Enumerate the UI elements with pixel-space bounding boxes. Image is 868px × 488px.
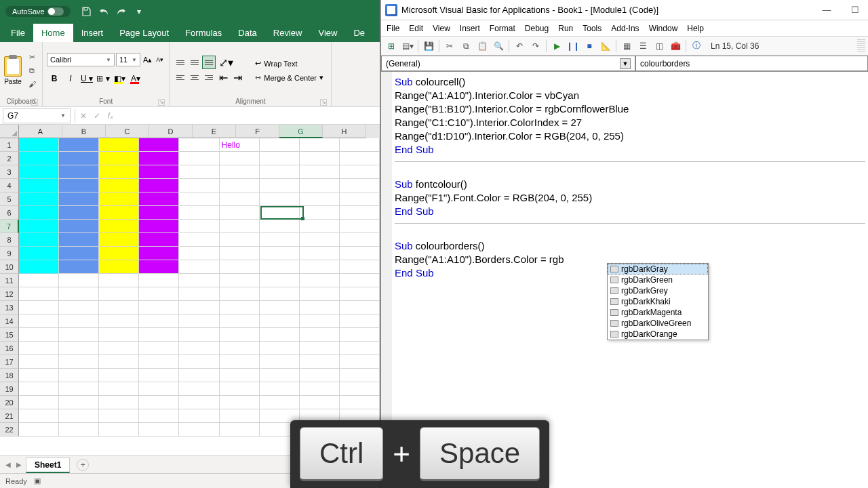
project-explorer-icon[interactable]: ▦ bbox=[619, 39, 634, 54]
tab-file[interactable]: File bbox=[3, 24, 33, 42]
row-header[interactable]: 16 bbox=[0, 342, 19, 355]
cell[interactable] bbox=[179, 396, 219, 409]
cell[interactable] bbox=[139, 152, 179, 165]
italic-button[interactable]: I bbox=[63, 72, 78, 85]
cell[interactable] bbox=[59, 274, 99, 287]
cell[interactable] bbox=[220, 396, 260, 409]
cell[interactable] bbox=[340, 192, 380, 206]
cell[interactable] bbox=[300, 206, 340, 220]
menu-view[interactable]: View bbox=[433, 24, 450, 33]
row-header[interactable]: 7 bbox=[0, 220, 19, 233]
cell[interactable] bbox=[19, 396, 59, 409]
enter-formula-icon[interactable]: ✓ bbox=[90, 109, 104, 123]
column-header[interactable]: H bbox=[323, 125, 366, 138]
toolbox-icon[interactable]: 🧰 bbox=[668, 39, 683, 54]
column-header[interactable]: G bbox=[279, 125, 323, 138]
cell[interactable] bbox=[139, 192, 179, 206]
column-header[interactable]: D bbox=[149, 125, 193, 138]
cell[interactable] bbox=[340, 220, 380, 233]
column-header[interactable]: A bbox=[19, 125, 62, 138]
cell[interactable] bbox=[59, 233, 99, 247]
object-selector[interactable]: (General)▼ bbox=[381, 56, 635, 71]
cell[interactable] bbox=[99, 152, 139, 165]
cell[interactable] bbox=[99, 287, 139, 301]
row-header[interactable]: 17 bbox=[0, 355, 19, 369]
cell[interactable] bbox=[99, 247, 139, 260]
cell[interactable] bbox=[340, 342, 380, 355]
cell[interactable] bbox=[340, 233, 380, 247]
cell[interactable] bbox=[179, 355, 219, 369]
row-header[interactable]: 20 bbox=[0, 396, 19, 409]
tab-developer-partial[interactable]: De bbox=[345, 24, 373, 42]
cell[interactable] bbox=[19, 369, 59, 382]
tab-home[interactable]: Home bbox=[33, 24, 73, 42]
properties-icon[interactable]: ☰ bbox=[635, 39, 650, 54]
copy-icon[interactable]: ⧉ bbox=[458, 39, 473, 54]
row-header[interactable]: 6 bbox=[0, 206, 19, 220]
cell[interactable] bbox=[99, 382, 139, 396]
cell[interactable] bbox=[260, 314, 300, 328]
cell[interactable] bbox=[260, 206, 300, 220]
paste-icon[interactable]: 📋 bbox=[475, 39, 490, 54]
menu-format[interactable]: Format bbox=[490, 24, 515, 33]
cell[interactable] bbox=[139, 220, 179, 233]
cell[interactable] bbox=[99, 274, 139, 287]
view-excel-icon[interactable]: ⊞ bbox=[384, 39, 399, 54]
cell[interactable] bbox=[179, 260, 219, 274]
cell[interactable] bbox=[179, 165, 219, 179]
intellisense-item[interactable]: rgbDarkOrange bbox=[608, 329, 708, 340]
cell[interactable] bbox=[220, 220, 260, 233]
cell[interactable] bbox=[59, 382, 99, 396]
insert-function-icon[interactable]: fₓ bbox=[104, 109, 117, 123]
cell[interactable] bbox=[260, 192, 300, 206]
cell[interactable] bbox=[139, 206, 179, 220]
menu-addins[interactable]: Add-Ins bbox=[611, 24, 639, 33]
row-header[interactable]: 13 bbox=[0, 301, 19, 314]
cell[interactable] bbox=[220, 355, 260, 369]
cell[interactable] bbox=[260, 328, 300, 342]
cell[interactable] bbox=[59, 179, 99, 192]
save-icon[interactable] bbox=[80, 5, 92, 18]
cell[interactable] bbox=[99, 328, 139, 342]
row-header[interactable]: 8 bbox=[0, 233, 19, 247]
cell[interactable] bbox=[139, 287, 179, 301]
cell[interactable] bbox=[300, 355, 340, 369]
cell[interactable] bbox=[340, 382, 380, 396]
intellisense-item[interactable]: rgbDarkOliveGreen bbox=[608, 318, 708, 329]
cell[interactable] bbox=[19, 179, 59, 192]
cell[interactable] bbox=[59, 396, 99, 409]
row-header[interactable]: 2 bbox=[0, 152, 19, 165]
cell[interactable] bbox=[300, 396, 340, 409]
cell[interactable] bbox=[340, 396, 380, 409]
run-icon[interactable]: ▶ bbox=[549, 39, 564, 54]
cell[interactable] bbox=[260, 355, 300, 369]
cell[interactable] bbox=[99, 220, 139, 233]
intellisense-item[interactable]: rgbDarkMagenta bbox=[608, 307, 708, 318]
cell[interactable] bbox=[139, 138, 179, 152]
cell[interactable] bbox=[340, 301, 380, 314]
spreadsheet-grid[interactable]: ABCDEFGH 1234567891011121314151617181920… bbox=[0, 125, 380, 455]
bold-button[interactable]: B bbox=[47, 72, 62, 85]
cell[interactable] bbox=[300, 220, 340, 233]
row-header[interactable]: 14 bbox=[0, 314, 19, 328]
intellisense-item[interactable]: rgbDarkKhaki bbox=[608, 296, 708, 307]
cell[interactable] bbox=[260, 220, 300, 233]
cell[interactable] bbox=[139, 423, 179, 436]
cell[interactable] bbox=[179, 328, 219, 342]
cell[interactable] bbox=[59, 152, 99, 165]
cell[interactable] bbox=[300, 369, 340, 382]
row-header[interactable]: 11 bbox=[0, 274, 19, 287]
cell[interactable] bbox=[19, 314, 59, 328]
cell[interactable] bbox=[300, 328, 340, 342]
cell[interactable] bbox=[19, 287, 59, 301]
cell[interactable] bbox=[99, 179, 139, 192]
cell[interactable] bbox=[260, 138, 300, 152]
cell[interactable] bbox=[99, 355, 139, 369]
cell[interactable] bbox=[99, 206, 139, 220]
column-header[interactable]: C bbox=[106, 125, 149, 138]
cell[interactable] bbox=[19, 301, 59, 314]
cell[interactable] bbox=[179, 220, 219, 233]
cell[interactable] bbox=[99, 423, 139, 436]
cell[interactable] bbox=[220, 369, 260, 382]
cell[interactable] bbox=[19, 328, 59, 342]
